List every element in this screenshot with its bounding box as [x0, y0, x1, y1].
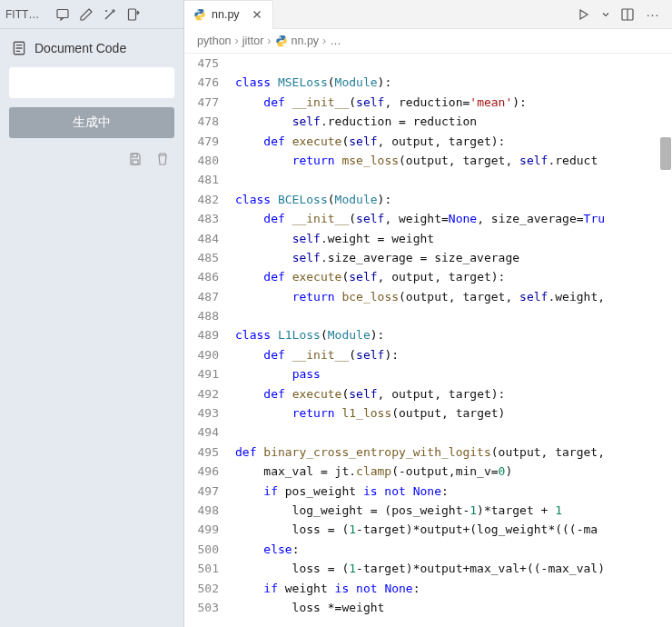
line-number: 485 [184, 248, 219, 267]
save-icon[interactable] [127, 151, 143, 167]
line-number: 476 [184, 73, 219, 92]
sidebar-header: FITT… [0, 0, 183, 29]
code-line[interactable]: self.reduction = reduction [235, 112, 672, 131]
line-number: 497 [184, 482, 219, 501]
code-line[interactable]: def binary_cross_entropy_with_logits(out… [235, 443, 672, 462]
code-line[interactable]: return bce_loss(output, target, self.wei… [235, 287, 672, 306]
code-line[interactable]: def __init__(self): [235, 345, 672, 364]
svg-point-6 [201, 18, 202, 19]
line-number: 482 [184, 190, 219, 209]
svg-rect-3 [133, 154, 137, 157]
code-line[interactable]: def execute(self, output, target): [235, 267, 672, 286]
code-line[interactable] [235, 170, 672, 189]
breadcrumb-item-3[interactable]: … [330, 35, 341, 47]
code-line[interactable] [235, 54, 672, 73]
svg-point-8 [279, 36, 280, 37]
code-line[interactable]: def __init__(self, weight=None, size_ave… [235, 209, 672, 228]
line-number: 478 [184, 112, 219, 131]
main-area: nn.py ··· python › jittor › nn.py › … 47… [184, 0, 672, 627]
scrollbar-thumb[interactable] [660, 137, 671, 170]
line-number: 492 [184, 384, 219, 403]
code-line[interactable] [235, 306, 672, 325]
code-line[interactable]: class L1Loss(Module): [235, 325, 672, 344]
code-line[interactable]: loss = (1-target)*output+(log_weight*(((… [235, 520, 672, 539]
python-file-icon [275, 35, 288, 47]
breadcrumb-item-0[interactable]: python [197, 35, 232, 47]
line-number: 487 [184, 287, 219, 306]
tabs-bar: nn.py ··· [184, 0, 672, 29]
code-line[interactable]: class MSELoss(Module): [235, 73, 672, 92]
line-number: 496 [184, 462, 219, 481]
line-number: 495 [184, 443, 219, 462]
app-root: FITT… Document Code 生成中 nn.py [0, 0, 672, 627]
svg-rect-4 [133, 160, 138, 164]
export-icon[interactable] [125, 6, 142, 23]
breadcrumb-sep: › [235, 35, 239, 47]
gutter: 4754764774784794804814824834844854864874… [184, 54, 235, 627]
magic-wand-icon[interactable] [102, 6, 118, 23]
line-number: 494 [184, 423, 219, 442]
breadcrumb-sep: › [322, 35, 326, 47]
code-line[interactable] [235, 423, 672, 442]
line-number: 484 [184, 229, 219, 248]
line-number: 475 [184, 54, 219, 73]
tab-nn-py[interactable]: nn.py [184, 0, 273, 29]
editor[interactable]: 4754764774784794804814824834844854864874… [184, 54, 672, 627]
code-line[interactable]: if weight is not None: [235, 579, 672, 598]
line-number: 486 [184, 267, 219, 286]
code-line[interactable]: log_weight = (pos_weight-1)*target + 1 [235, 501, 672, 520]
svg-point-9 [282, 45, 283, 45]
split-editor-icon[interactable] [619, 6, 636, 23]
code-area[interactable]: class MSELoss(Module): def __init__(self… [235, 54, 672, 627]
code-line[interactable]: loss *=weight [235, 598, 672, 617]
line-number: 503 [184, 598, 219, 617]
sidebar-header-icons [54, 6, 142, 23]
pencil-icon[interactable] [78, 6, 94, 23]
code-line[interactable]: pass [235, 364, 672, 383]
svg-rect-0 [57, 9, 68, 17]
code-line[interactable]: loss = (1-target)*output+max_val+((-max_… [235, 559, 672, 578]
code-line[interactable]: self.weight = weight [235, 229, 672, 248]
svg-rect-1 [129, 9, 136, 20]
tabs-right-actions: ··· [576, 6, 672, 23]
trash-icon[interactable] [154, 151, 171, 167]
code-line[interactable]: return mse_loss(output, target, self.red… [235, 151, 672, 170]
breadcrumb-item-2[interactable]: nn.py [292, 35, 320, 47]
tab-label: nn.py [212, 8, 240, 21]
code-line[interactable]: if pos_weight is not None: [235, 482, 672, 501]
code-line[interactable]: def __init__(self, reduction='mean'): [235, 93, 672, 112]
python-file-icon [193, 8, 206, 21]
code-line[interactable]: return l1_loss(output, target) [235, 403, 672, 423]
code-line[interactable]: self.size_average = size_average [235, 248, 672, 267]
breadcrumb: python › jittor › nn.py › … [184, 29, 672, 54]
breadcrumb-item-1[interactable]: jittor [242, 35, 264, 47]
line-number: 502 [184, 579, 219, 598]
document-code-row: Document Code [0, 29, 183, 67]
line-number: 481 [184, 170, 219, 189]
code-line[interactable]: class BCELoss(Module): [235, 190, 672, 209]
document-icon [11, 40, 27, 56]
sidebar-title: FITT… [5, 8, 51, 21]
close-icon[interactable] [251, 8, 263, 21]
sidebar-input-area [9, 67, 174, 98]
more-icon[interactable]: ··· [645, 6, 661, 23]
run-icon[interactable] [576, 6, 592, 23]
chevron-down-icon[interactable] [601, 6, 610, 23]
line-number: 479 [184, 132, 219, 151]
sidebar: FITT… Document Code 生成中 [0, 0, 184, 627]
line-number: 498 [184, 501, 219, 520]
line-number: 500 [184, 540, 219, 559]
code-line[interactable]: def execute(self, output, target): [235, 384, 672, 403]
code-line[interactable]: else: [235, 540, 672, 559]
line-number: 489 [184, 325, 219, 344]
line-number: 491 [184, 364, 219, 383]
generate-button[interactable]: 生成中 [9, 107, 174, 138]
line-number: 490 [184, 345, 219, 364]
sidebar-text-input[interactable] [9, 67, 174, 98]
line-number: 501 [184, 559, 219, 578]
code-line[interactable]: max_val = jt.clamp(-output,min_v=0) [235, 462, 672, 481]
comment-icon[interactable] [54, 6, 71, 23]
code-line[interactable]: def execute(self, output, target): [235, 132, 672, 151]
line-number: 493 [184, 403, 219, 423]
svg-point-5 [198, 10, 199, 11]
